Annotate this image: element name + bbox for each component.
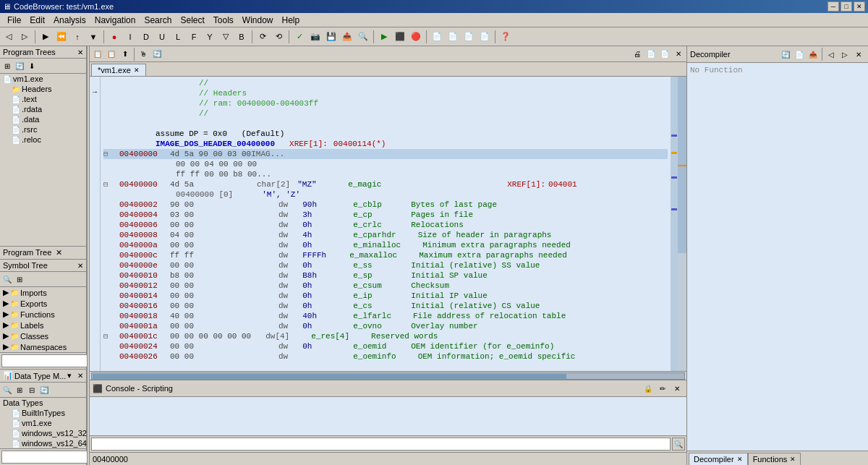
lt-btn-5[interactable]: 📄 xyxy=(644,48,658,61)
code-line-e_sp[interactable]: 00400010 b8 00 dw B8h e_sp Initial SP va… xyxy=(103,270,668,281)
tb-btn-1[interactable]: ▶ xyxy=(38,30,53,44)
tb-btn-5[interactable]: ● xyxy=(107,30,122,44)
tb-btn-19[interactable]: 📤 xyxy=(340,30,354,44)
tb-btn-11[interactable]: Y xyxy=(203,30,217,44)
maximize-button[interactable]: □ xyxy=(841,1,852,12)
code-line-e_maxalloc[interactable]: 0040000c ff ff dw FFFFh e_maxalloc Maxim… xyxy=(103,250,668,260)
tb-btn-26[interactable]: 📄 xyxy=(477,30,492,44)
console-close[interactable]: ✕ xyxy=(671,382,684,395)
tb-btn-16[interactable]: ✓ xyxy=(292,30,307,44)
dt-windows32[interactable]: 📄 windows_vs12_32 xyxy=(0,428,86,438)
tb-btn-23[interactable]: 📄 xyxy=(430,30,444,44)
tree-item-rdata[interactable]: 📄 .rdata xyxy=(0,104,86,114)
tb-btn-25[interactable]: 📄 xyxy=(461,30,476,44)
code-line-e_oemid[interactable]: 00400024 00 00 dw 0h e_oemid OEM identif… xyxy=(103,341,668,351)
tree-item-rsrc[interactable]: 📄 .rsrc xyxy=(0,124,86,135)
code-line-mz-vals[interactable]: 00400000 [0] 'M', 'Z' xyxy=(103,189,668,200)
pt-btn-3[interactable]: ⬇ xyxy=(26,60,38,72)
overview-scrollbar[interactable] xyxy=(678,77,686,371)
tb-btn-21[interactable]: ⬛ xyxy=(393,30,407,44)
data-type-manager-close[interactable]: ✕ xyxy=(77,372,83,380)
code-line-mz[interactable]: ⊟ 00400000 4d 5a char[2] "MZ" e_magic XR… xyxy=(103,179,668,189)
tree-item-data[interactable]: 📄 .data xyxy=(0,114,86,124)
code-line-e_csum[interactable]: 00400012 00 00 dw 0h e_csum Checksum xyxy=(103,281,668,291)
listing-close[interactable]: ✕ xyxy=(672,48,685,61)
tb-btn-24[interactable]: 📄 xyxy=(446,30,460,44)
tb-btn-8[interactable]: U xyxy=(155,30,169,44)
code-line-row-0a[interactable]: ⊟ 00400000 4d 5a 90 00 03 00 IMAG... xyxy=(103,149,668,159)
tb-btn-13[interactable]: B xyxy=(234,30,249,44)
lt-btn-2[interactable]: 📋 xyxy=(105,48,118,61)
code-area[interactable]: → // // Headers xyxy=(90,77,686,371)
decompiler-btn-2[interactable]: 📄 xyxy=(793,48,806,61)
forward-button[interactable]: ▷ xyxy=(17,30,32,44)
lt-btn-print[interactable]: 🖨 xyxy=(631,48,644,61)
menu-item-edit[interactable]: Edit xyxy=(25,14,49,27)
decompiler-btn-3[interactable]: 📤 xyxy=(807,48,820,61)
tree-item-headers[interactable]: 📁 Headers xyxy=(0,84,86,94)
symbol-tree-close[interactable]: ✕ xyxy=(77,262,83,270)
console-btn-2[interactable]: ✏ xyxy=(656,382,669,395)
sym-functions[interactable]: ▶📁 Functions xyxy=(0,309,86,320)
code-line-e_ss[interactable]: 0040000e 00 00 dw 0h e_ss Initial (relat… xyxy=(103,260,668,270)
code-line-row-0c[interactable]: ff ff 00 00 b8 00... xyxy=(103,169,668,179)
console-filter-input[interactable] xyxy=(91,438,671,451)
code-line-e_cp[interactable]: 00400004 03 00 dw 3h e_cp Pages in file xyxy=(103,210,668,220)
tree-item-text[interactable]: 📄 .text xyxy=(0,94,86,104)
code-content[interactable]: // // Headers // ram: 00400000-004003ff xyxy=(101,77,671,371)
lt-btn-cursor[interactable]: 🖱 xyxy=(137,48,150,61)
tb-btn-4[interactable]: ▼ xyxy=(86,30,101,44)
code-line-e_minalloc[interactable]: 0040000a 00 00 dw 0h e_minalloc Minimum … xyxy=(103,240,668,250)
tb-btn-20[interactable]: 🔍 xyxy=(356,30,370,44)
tb-btn-6[interactable]: I xyxy=(123,30,137,44)
lt-btn-3[interactable]: ⬆ xyxy=(119,48,132,61)
tb-btn-15[interactable]: ⟲ xyxy=(271,30,286,44)
code-line-e_cparhdr[interactable]: 00400008 04 00 dw 4h e_cparhdr Size of h… xyxy=(103,230,668,240)
decompiler-btn-1[interactable]: 🔄 xyxy=(779,48,792,61)
dt-btn-4[interactable]: 🔄 xyxy=(38,384,50,396)
menu-item-window[interactable]: Window xyxy=(238,14,278,27)
decompiler-btn-5[interactable]: ▷ xyxy=(838,48,851,61)
tb-btn-17[interactable]: 📷 xyxy=(308,30,323,44)
menu-item-file[interactable]: File xyxy=(3,14,25,27)
dtm-dropdown[interactable]: ▾ xyxy=(67,371,72,380)
sym-classes[interactable]: ▶📁 Classes xyxy=(0,330,86,341)
dt-btn-1[interactable]: 🔍 xyxy=(1,384,13,396)
tree-item-vm1exe[interactable]: 📄 vm1.exe xyxy=(0,74,86,84)
tb-btn-7[interactable]: D xyxy=(139,30,153,44)
tb-btn-9[interactable]: L xyxy=(171,30,185,44)
tree-item-reloc[interactable]: 📄 .reloc xyxy=(0,135,86,145)
sym-namespaces[interactable]: ▶📁 Namespaces xyxy=(0,341,86,352)
code-line-e_ip[interactable]: 00400014 00 00 dw 0h e_ip Initial IP val… xyxy=(103,291,668,301)
h-scrollbar[interactable] xyxy=(90,371,686,380)
dt-btn-3[interactable]: ⊟ xyxy=(26,384,38,396)
st-btn-2[interactable]: ⊞ xyxy=(14,273,25,285)
code-line-e_oeminfo[interactable]: 00400026 00 00 dw e_oeminfo OEM informat… xyxy=(103,351,668,362)
st-btn-1[interactable]: 🔍 xyxy=(1,273,13,285)
close-button[interactable]: ✕ xyxy=(854,1,865,12)
tb-btn-18[interactable]: 💾 xyxy=(324,30,339,44)
menu-item-help[interactable]: Help xyxy=(278,14,305,27)
tb-btn-10[interactable]: F xyxy=(187,30,201,44)
menu-item-search[interactable]: Search xyxy=(140,14,176,27)
code-line-e_crlc[interactable]: 00400006 00 00 dw 0h e_crlc Relocations xyxy=(103,220,668,230)
lt-btn-4[interactable]: 🔄 xyxy=(150,48,163,61)
minimize-button[interactable]: ─ xyxy=(827,1,839,12)
dt-builtintypes[interactable]: 📄 BuiltInTypes xyxy=(0,408,86,418)
pt-btn-1[interactable]: ⊞ xyxy=(1,60,13,72)
sym-exports[interactable]: ▶📁 Exports xyxy=(0,298,86,309)
program-trees-close[interactable]: ✕ xyxy=(77,48,83,56)
menu-item-navigation[interactable]: Navigation xyxy=(90,14,140,27)
decompiler-tab-functions-close[interactable]: ✕ xyxy=(790,456,796,463)
decompiler-tab-decompiler[interactable]: Decompiler ✕ xyxy=(689,453,748,465)
tb-btn-14[interactable]: ⟳ xyxy=(255,30,270,44)
menu-item-tools[interactable]: Tools xyxy=(209,14,238,27)
sym-imports[interactable]: ▶📁 Imports xyxy=(0,287,86,298)
tab-vm1exe[interactable]: *vm1.exe ✕ xyxy=(91,64,146,76)
h-scrollbar-track[interactable] xyxy=(91,372,685,380)
sym-labels[interactable]: ▶📁 Labels xyxy=(0,320,86,330)
code-line-e_lfarlc[interactable]: 00400018 40 00 dw 40h e_lfarlc File addr… xyxy=(103,311,668,321)
decompiler-tab-functions[interactable]: Functions ✕ xyxy=(748,453,801,465)
dt-btn-2[interactable]: ⊞ xyxy=(14,384,25,396)
menu-item-select[interactable]: Select xyxy=(176,14,208,27)
